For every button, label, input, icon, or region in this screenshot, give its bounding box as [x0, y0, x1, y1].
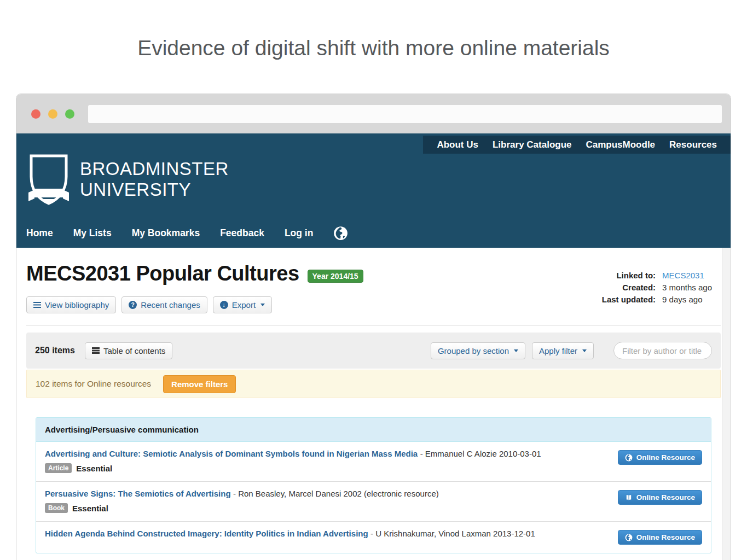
- export-button[interactable]: ↓ Export: [213, 296, 272, 313]
- apply-filter-dropdown[interactable]: Apply filter: [532, 342, 594, 359]
- item-type-badge: Book: [45, 503, 68, 513]
- item-meta-row: Article Essential: [45, 463, 607, 473]
- slide-title: Evidence of digital shift with more onli…: [0, 36, 747, 60]
- university-shield-logo: [26, 152, 71, 215]
- active-filter-notice: 102 items for Online resources Remove fi…: [26, 370, 721, 398]
- scrollbar[interactable]: [722, 248, 731, 560]
- filter-input[interactable]: [613, 342, 712, 359]
- last-updated-value: 9 days ago: [662, 295, 712, 304]
- minimize-window-button[interactable]: [48, 109, 57, 119]
- recent-changes-button[interactable]: ? Recent changes: [121, 296, 207, 313]
- online-resource-label: Online Resource: [636, 533, 695, 541]
- linked-to-value-link[interactable]: MECS2031: [662, 271, 712, 280]
- page-title: MECS2031 Popular Cultures: [26, 262, 299, 285]
- item-type-badge: Article: [45, 463, 72, 473]
- online-resource-label: Online Resource: [636, 453, 695, 462]
- university-name-line2: UNIVERSITY: [80, 179, 229, 200]
- browser-chrome: [16, 94, 731, 133]
- question-circle-icon: ?: [129, 301, 137, 309]
- download-circle-icon: ↓: [220, 301, 228, 309]
- grouped-by-section-dropdown[interactable]: Grouped by section: [431, 342, 525, 359]
- utility-link-about-us[interactable]: About Us: [430, 139, 485, 150]
- created-value: 3 months ago: [662, 283, 712, 292]
- caret-down-icon: [514, 349, 518, 352]
- recent-changes-label: Recent changes: [141, 300, 200, 310]
- university-name: BROADMINSTER UNIVERSITY: [80, 159, 229, 200]
- list-item: Persuasive Signs: The Semiotics of Adver…: [36, 481, 711, 521]
- item-title-link[interactable]: Hidden Agenda Behind Constructed Imagery…: [45, 529, 368, 538]
- site-header: About Us Library Catalogue CampusMoodle …: [16, 133, 731, 248]
- view-bibliography-label: View bibliography: [45, 300, 109, 310]
- online-resource-label: Online Resource: [636, 493, 695, 501]
- item-importance: Essential: [76, 464, 112, 473]
- nav-my-lists[interactable]: My Lists: [73, 228, 112, 239]
- list-item: Advertising and Culture: Semiotic Analys…: [36, 442, 711, 481]
- globe-language-icon[interactable]: [333, 226, 348, 241]
- page-content: MECS2031 Popular Cultures Year 2014/15 L…: [16, 248, 731, 560]
- filter-notice-text: 102 items for Online resources: [36, 379, 151, 389]
- section-title: Advertising/Persuasive communication: [36, 418, 711, 442]
- browser-window: About Us Library Catalogue CampusMoodle …: [16, 94, 731, 560]
- list-item: Hidden Agenda Behind Constructed Imagery…: [36, 521, 711, 553]
- university-name-line1: BROADMINSTER: [80, 159, 229, 179]
- table-of-contents-label: Table of contents: [103, 346, 165, 355]
- online-resource-button[interactable]: Online Resource: [618, 490, 702, 505]
- close-window-button[interactable]: [31, 109, 40, 119]
- item-authors: - Emmanuel C Alozie 2010-03-01: [420, 449, 541, 458]
- book-icon: [625, 494, 633, 501]
- item-main: Persuasive Signs: The Semiotics of Adver…: [45, 489, 618, 513]
- divider: [26, 325, 721, 326]
- item-meta-row: Book Essential: [45, 503, 607, 513]
- utility-link-library-catalogue[interactable]: Library Catalogue: [485, 139, 579, 150]
- export-label: Export: [232, 300, 256, 310]
- apply-filter-label: Apply filter: [539, 346, 577, 355]
- zoom-window-button[interactable]: [65, 109, 74, 119]
- item-title-link[interactable]: Persuasive Signs: The Semiotics of Adver…: [45, 489, 231, 498]
- caret-down-icon: [260, 304, 265, 306]
- list-meta: Linked to: MECS2031 Created: 3 months ag…: [602, 271, 712, 304]
- last-updated-label: Last updated:: [602, 295, 656, 304]
- caret-down-icon: [582, 349, 587, 352]
- main-nav: Home My Lists My Bookmarks Feedback Log …: [26, 221, 348, 245]
- list-icon: [92, 347, 100, 349]
- utility-nav: About Us Library Catalogue CampusMoodle …: [423, 136, 731, 154]
- year-badge: Year 2014/15: [308, 270, 363, 283]
- created-label: Created:: [602, 283, 656, 292]
- item-main: Hidden Agenda Behind Constructed Imagery…: [45, 529, 618, 539]
- item-authors: - U Krishnakumar, Vinod Laxman 2013-12-0…: [370, 529, 535, 538]
- view-bibliography-button[interactable]: View bibliography: [26, 296, 116, 313]
- grouped-by-label: Grouped by section: [438, 346, 509, 355]
- list-toolbar: 250 items Table of contents Grouped by s…: [26, 332, 721, 369]
- item-main: Advertising and Culture: Semiotic Analys…: [45, 449, 618, 473]
- nav-log-in[interactable]: Log in: [285, 228, 313, 239]
- section-items: Advertising and Culture: Semiotic Analys…: [36, 442, 711, 553]
- linked-to-label: Linked to:: [602, 271, 656, 280]
- globe-icon: [625, 534, 633, 541]
- online-resource-button[interactable]: Online Resource: [618, 530, 702, 545]
- nav-my-bookmarks[interactable]: My Bookmarks: [132, 228, 200, 239]
- list-icon: [33, 302, 41, 304]
- item-authors: - Ron Beasley, Marcel Danesi 2002 (elect…: [233, 489, 439, 498]
- online-resource-button[interactable]: Online Resource: [618, 450, 702, 465]
- reading-list-section: Advertising/Persuasive communication Adv…: [36, 417, 711, 553]
- table-of-contents-button[interactable]: Table of contents: [85, 342, 172, 359]
- utility-link-campusmoodle[interactable]: CampusMoodle: [579, 139, 663, 150]
- item-title-link[interactable]: Advertising and Culture: Semiotic Analys…: [45, 449, 418, 458]
- address-bar[interactable]: [88, 105, 722, 123]
- utility-link-resources[interactable]: Resources: [662, 139, 724, 150]
- nav-feedback[interactable]: Feedback: [220, 228, 264, 239]
- globe-icon: [625, 454, 633, 462]
- nav-home[interactable]: Home: [26, 228, 53, 239]
- items-count: 250 items: [35, 346, 75, 355]
- remove-filters-button[interactable]: Remove filters: [163, 375, 236, 393]
- item-importance: Essential: [72, 504, 108, 513]
